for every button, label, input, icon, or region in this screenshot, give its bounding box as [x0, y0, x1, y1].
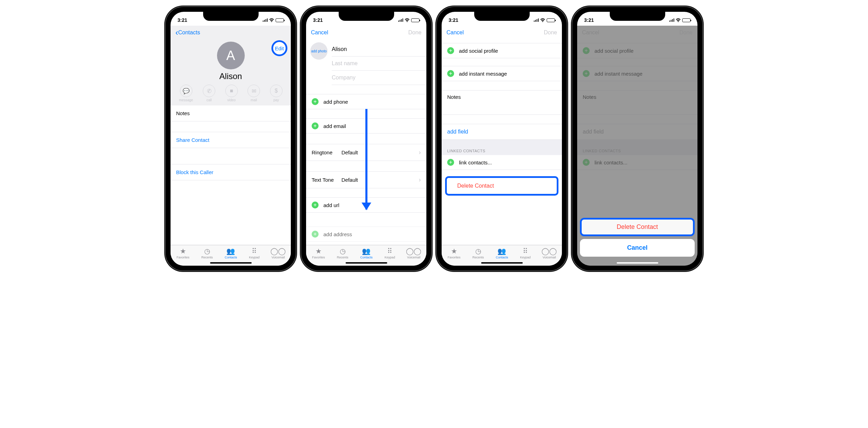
- people-icon: 👥: [362, 247, 371, 255]
- pay-button[interactable]: $pay: [270, 85, 283, 102]
- status-time: 3:21: [313, 17, 323, 23]
- star-icon: ★: [450, 247, 459, 255]
- speech-icon: 💬: [180, 85, 192, 97]
- wifi-icon: [269, 18, 274, 22]
- tab-keypad[interactable]: ⠿Keypad: [249, 247, 260, 259]
- home-indicator[interactable]: [346, 262, 387, 264]
- plus-icon: +: [312, 122, 319, 129]
- chevron-right-icon: ›: [419, 176, 421, 183]
- star-icon: ★: [179, 247, 188, 255]
- tab-favorites[interactable]: ★Favorites: [312, 247, 325, 259]
- plus-icon: +: [312, 98, 319, 105]
- tab-voicemail[interactable]: ◯◯Voicemail: [407, 247, 420, 259]
- action-sheet: Delete Contact Cancel: [580, 218, 695, 259]
- add-social-button[interactable]: +add social profile: [442, 43, 562, 58]
- mail-icon: ✉: [248, 85, 260, 97]
- share-contact-button[interactable]: Share Contact: [171, 132, 291, 148]
- notch: [610, 12, 665, 21]
- tab-recents[interactable]: ◷Recents: [201, 247, 213, 259]
- tab-recents[interactable]: ◷Recents: [337, 247, 348, 259]
- signal-icon: [669, 18, 675, 22]
- phone-3: 3:21 Cancel Done +add social profile +ad…: [437, 7, 567, 271]
- cancel-button[interactable]: Cancel: [311, 29, 328, 36]
- avatar: A: [217, 42, 245, 69]
- delete-contact-button[interactable]: Delete Contact: [445, 176, 558, 196]
- add-photo-button[interactable]: add photo: [310, 42, 328, 60]
- phone-2: 3:21 Cancel Done add photo Alison Last n…: [301, 7, 431, 271]
- battery-icon: [411, 18, 419, 22]
- plus-icon: +: [447, 159, 454, 166]
- phone-icon: ✆: [203, 85, 215, 97]
- add-address-button[interactable]: +add address: [306, 226, 426, 242]
- clock-icon: ◷: [338, 247, 347, 255]
- chevron-right-icon: ›: [419, 149, 421, 156]
- link-contacts-button[interactable]: +link contacts...: [442, 155, 562, 170]
- chevron-left-icon: ‹: [175, 28, 178, 37]
- tab-contacts[interactable]: 👥Contacts: [496, 247, 508, 259]
- keypad-icon: ⠿: [521, 247, 530, 255]
- signal-icon: [398, 18, 403, 22]
- home-indicator[interactable]: [481, 262, 523, 264]
- tab-contacts[interactable]: 👥Contacts: [225, 247, 237, 259]
- home-indicator[interactable]: [617, 262, 658, 264]
- notes-cell[interactable]: Notes: [171, 105, 291, 121]
- ringtone-label: Ringtone: [312, 149, 341, 155]
- tab-keypad[interactable]: ⠿Keypad: [384, 247, 395, 259]
- sheet-delete-button[interactable]: Delete Contact: [580, 218, 695, 236]
- first-name-input[interactable]: Alison: [332, 46, 347, 52]
- add-phone-button[interactable]: +add phone: [306, 94, 426, 109]
- notes-field[interactable]: Notes: [442, 90, 562, 115]
- dollar-icon: $: [270, 85, 283, 97]
- tab-favorites[interactable]: ★Favorites: [176, 247, 189, 259]
- tab-contacts[interactable]: 👥Contacts: [360, 247, 373, 259]
- done-button[interactable]: Done: [544, 29, 557, 36]
- tab-favorites[interactable]: ★Favorites: [448, 247, 460, 259]
- notch: [474, 12, 530, 21]
- status-time: 3:21: [449, 17, 458, 23]
- phone-4: 3:21 Cancel Done +add social profile +ad…: [572, 7, 702, 271]
- battery-icon: [276, 18, 284, 22]
- mail-button[interactable]: ✉mail: [248, 85, 260, 102]
- star-icon: ★: [314, 247, 323, 255]
- signal-icon: [534, 18, 539, 22]
- call-button[interactable]: ✆call: [203, 85, 215, 102]
- add-field-button[interactable]: add field: [442, 124, 562, 140]
- tab-voicemail[interactable]: ◯◯Voicemail: [542, 247, 556, 259]
- plus-icon: +: [312, 202, 319, 208]
- contact-name: Alison: [171, 71, 291, 81]
- voicemail-icon: ◯◯: [274, 247, 283, 255]
- action-row: 💬message ✆call ■video ✉mail $pay: [171, 85, 291, 102]
- linked-contacts-header: LINKED CONTACTS: [442, 140, 562, 155]
- sheet-cancel-button[interactable]: Cancel: [580, 239, 695, 257]
- keypad-icon: ⠿: [250, 247, 259, 255]
- back-button[interactable]: ‹ Contacts: [175, 28, 200, 37]
- notch: [339, 12, 394, 21]
- nav-bar: ‹ Contacts: [171, 26, 291, 40]
- status-time: 3:21: [177, 17, 187, 23]
- voicemail-icon: ◯◯: [409, 247, 418, 255]
- battery-icon: [682, 18, 691, 22]
- video-icon: ■: [225, 85, 238, 97]
- cancel-button[interactable]: Cancel: [446, 29, 464, 36]
- clock-icon: ◷: [474, 247, 483, 255]
- home-indicator[interactable]: [210, 262, 252, 264]
- voicemail-icon: ◯◯: [545, 247, 554, 255]
- add-im-button[interactable]: +add instant message: [442, 66, 562, 81]
- block-caller-button[interactable]: Block this Caller: [171, 164, 291, 180]
- status-time: 3:21: [584, 17, 594, 23]
- message-button[interactable]: 💬message: [179, 85, 193, 102]
- edit-button[interactable]: Edit: [271, 40, 287, 56]
- wifi-icon: [676, 18, 681, 22]
- keypad-icon: ⠿: [385, 247, 394, 255]
- video-button[interactable]: ■video: [225, 85, 238, 102]
- tab-recents[interactable]: ◷Recents: [472, 247, 484, 259]
- last-name-input[interactable]: Last name: [332, 60, 358, 66]
- tab-voicemail[interactable]: ◯◯Voicemail: [271, 247, 285, 259]
- company-input[interactable]: Company: [332, 75, 355, 80]
- plus-icon: +: [312, 231, 319, 238]
- done-button[interactable]: Done: [408, 29, 422, 36]
- scroll-down-arrow-icon: [365, 109, 367, 209]
- nav-bar: Cancel Done: [442, 26, 562, 40]
- plus-icon: +: [447, 70, 454, 77]
- tab-keypad[interactable]: ⠿Keypad: [520, 247, 531, 259]
